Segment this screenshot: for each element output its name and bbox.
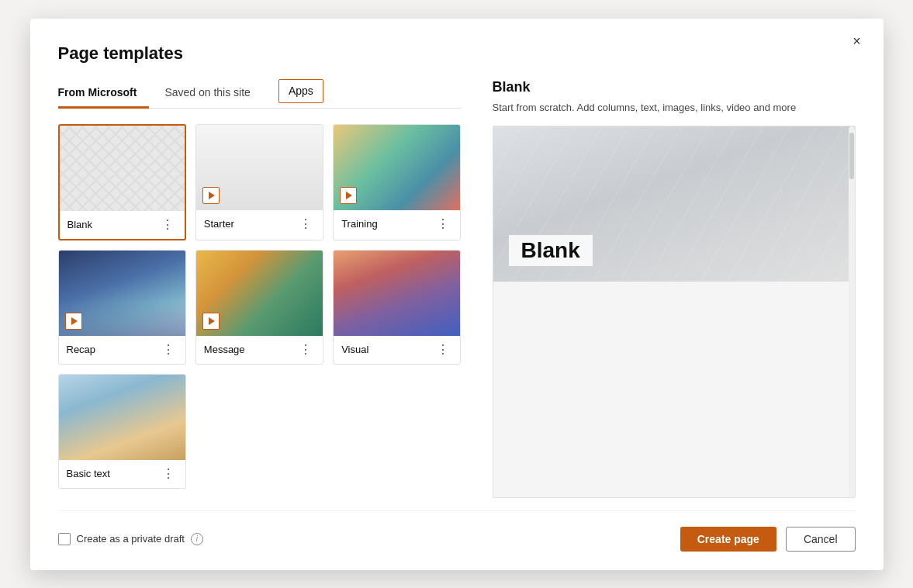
template-thumb-blank (60, 126, 185, 211)
tab-from-microsoft[interactable]: From Microsoft (58, 80, 150, 109)
preview-blank-label: Blank (509, 235, 593, 266)
more-button-basic-text[interactable]: ⋮ (159, 466, 178, 482)
template-card-basic-text[interactable]: Basic text ⋮ (58, 374, 186, 489)
tabs-container: From Microsoft Saved on this site Apps (58, 79, 462, 109)
template-thumb-training (334, 125, 460, 210)
modal-title: Page templates (58, 43, 856, 64)
close-button[interactable]: × (846, 31, 868, 53)
template-name-recap: Recap (67, 344, 96, 355)
template-footer-training: Training ⋮ (334, 210, 460, 238)
play-icon-message (202, 313, 220, 330)
template-name-message: Message (204, 344, 245, 355)
template-name-basic-text: Basic text (67, 468, 110, 479)
template-card-visual[interactable]: Visual ⋮ (333, 250, 461, 365)
modal-footer: Create as a private draft i Create page … (58, 510, 856, 552)
modal-body: From Microsoft Saved on this site Apps B… (58, 79, 856, 498)
template-footer-message: Message ⋮ (196, 336, 323, 364)
template-thumb-starter (196, 125, 323, 210)
play-icon-starter (202, 187, 220, 204)
more-button-message[interactable]: ⋮ (296, 342, 315, 358)
more-button-training[interactable]: ⋮ (434, 216, 452, 232)
tab-saved-on-site[interactable]: Saved on this site (164, 80, 263, 109)
scrollbar-thumb (849, 133, 854, 179)
preview-description: Start from scratch. Add columns, text, i… (493, 102, 856, 113)
private-draft-group: Create as a private draft i (58, 533, 203, 545)
create-page-button[interactable]: Create page (680, 527, 776, 552)
template-card-starter[interactable]: Starter ⋮ (195, 124, 323, 240)
template-footer-recap: Recap ⋮ (59, 336, 185, 364)
private-draft-checkbox[interactable] (58, 533, 71, 545)
right-panel: Blank Start from scratch. Add columns, t… (493, 79, 856, 498)
more-button-starter[interactable]: ⋮ (296, 216, 315, 232)
preview-scrollbar[interactable] (849, 126, 855, 497)
template-name-training: Training (341, 218, 377, 230)
template-name-visual: Visual (341, 344, 368, 355)
play-icon-training (340, 187, 357, 204)
more-button-recap[interactable]: ⋮ (159, 342, 178, 358)
template-footer-basic-text: Basic text ⋮ (59, 460, 185, 488)
template-name-blank: Blank (67, 219, 93, 230)
template-thumb-basic-text (59, 375, 185, 460)
cancel-button[interactable]: Cancel (786, 527, 856, 552)
preview-frame-inner: Blank (493, 126, 855, 282)
more-button-blank[interactable]: ⋮ (158, 217, 177, 233)
template-footer-visual: Visual ⋮ (334, 336, 460, 364)
template-thumb-recap (59, 251, 185, 336)
template-card-recap[interactable]: Recap ⋮ (58, 250, 186, 365)
template-footer-starter: Starter ⋮ (196, 210, 323, 238)
template-footer-blank: Blank ⋮ (60, 211, 185, 239)
template-card-message[interactable]: Message ⋮ (195, 250, 323, 365)
template-name-starter: Starter (204, 218, 234, 230)
info-icon: i (191, 533, 203, 545)
template-card-blank[interactable]: Blank ⋮ (58, 124, 186, 240)
templates-grid: Blank ⋮ Starter ⋮ (58, 124, 462, 489)
more-button-visual[interactable]: ⋮ (434, 342, 452, 358)
template-thumb-message (196, 251, 323, 336)
tab-apps[interactable]: Apps (278, 79, 323, 103)
play-icon-recap (65, 313, 82, 330)
preview-frame: Blank (493, 126, 856, 498)
private-draft-label: Create as a private draft (77, 533, 185, 545)
page-templates-modal: × Page templates From Microsoft Saved on… (30, 19, 884, 570)
preview-title: Blank (493, 79, 856, 95)
template-card-training[interactable]: Training ⋮ (333, 124, 461, 240)
template-thumb-visual (334, 251, 460, 336)
left-panel: From Microsoft Saved on this site Apps B… (58, 79, 462, 498)
